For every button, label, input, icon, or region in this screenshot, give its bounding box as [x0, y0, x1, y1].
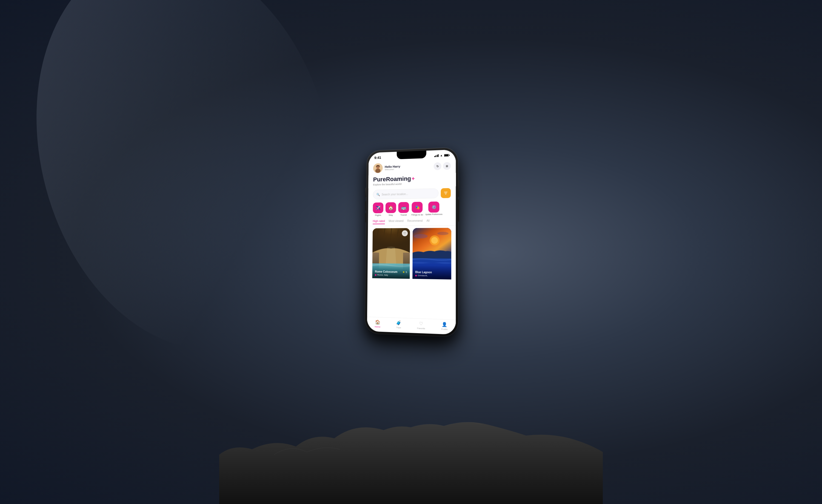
things-to-do-icon: 🎭	[412, 201, 422, 212]
card-info-lagoon: Blue Lagoon Grindavík,	[412, 265, 451, 280]
nav-home[interactable]: 🏠 Home	[375, 319, 380, 328]
home-icon: 🏠	[375, 319, 380, 325]
bottom-navigation: 🏠 Home 🧳 Trips ♡ Favorite 👤 Profile	[367, 316, 456, 334]
stay-icon: 🏠	[386, 202, 396, 213]
update-pref-icon: ⚙️	[428, 201, 439, 212]
svg-rect-1	[444, 154, 448, 156]
flights-label: Flights	[375, 214, 381, 216]
svg-rect-2	[449, 154, 450, 155]
tab-recommend[interactable]: Recommend	[407, 219, 422, 224]
tab-all[interactable]: All	[426, 219, 429, 224]
rock-base	[219, 367, 603, 504]
card-title-lagoon: Blue Lagoon	[415, 270, 432, 274]
greeting-text: Hello Harry Welcome!	[385, 165, 400, 171]
card-info-rome: Rome Colosseum Rome, Italy ★ 5	[372, 264, 410, 279]
tab-most-viewed[interactable]: Most viewed	[389, 219, 403, 224]
card-rome-colosseum[interactable]: ♡ Rome Colosseum Rome, Italy	[372, 228, 410, 316]
phone-body: 9:41 ▲	[365, 147, 458, 337]
plus-icon: +	[412, 175, 415, 182]
flights-icon: ✈️	[373, 202, 384, 213]
category-stay[interactable]: 🏠 Stay	[386, 202, 396, 216]
search-row: 🔍 Search your location...	[368, 186, 456, 201]
home-label: Home	[375, 325, 380, 328]
battery-icon	[444, 154, 450, 157]
welcome-text: Welcome!	[385, 168, 400, 171]
transit-icon: 🚌	[398, 202, 409, 213]
tab-high-rated[interactable]: High rated	[373, 220, 385, 224]
app-header: Hello Harry Welcome! ↻ ⊞	[369, 158, 456, 175]
app-name-text: PureRoaming	[373, 175, 411, 183]
filter-tabs: High rated Most viewed Recommend All	[368, 217, 456, 226]
wifi-icon: ▲	[440, 154, 443, 157]
search-placeholder: Search your location...	[382, 192, 408, 196]
stay-label: Stay	[389, 214, 393, 216]
card-title-rome: Rome Colosseum	[375, 270, 397, 273]
phone-notch	[397, 151, 426, 159]
hero-section: PureRoaming+ Explore the beautiful world…	[368, 173, 456, 188]
destination-cards: ♡ Rome Colosseum Rome, Italy	[367, 226, 456, 319]
user-greeting: Hello Harry Welcome!	[373, 162, 400, 173]
status-icons: ▲	[434, 153, 450, 157]
nav-profile[interactable]: 👤 Profile	[441, 322, 447, 331]
avatar	[373, 163, 383, 173]
profile-label: Profile	[441, 328, 447, 330]
refresh-button[interactable]: ↻	[434, 162, 441, 170]
grid-button[interactable]: ⊞	[443, 162, 451, 170]
header-actions: ↻ ⊞	[434, 162, 451, 170]
card-image-cave: ♡ Rome Colosseum Rome, Italy	[372, 228, 410, 279]
phone-mockup: 9:41 ▲	[365, 147, 458, 337]
location-dot-2	[415, 275, 417, 276]
category-transit[interactable]: 🚌 Transit	[398, 202, 409, 216]
card-location-lagoon: Grindavík,	[415, 274, 432, 277]
transit-label: Transit	[400, 214, 407, 216]
user-hello-text: Hello Harry	[385, 165, 400, 168]
location-dot	[375, 274, 377, 275]
status-time: 9:41	[374, 155, 381, 160]
trips-icon: 🧳	[396, 320, 401, 326]
signal-icon	[434, 154, 439, 157]
things-to-do-label: Things to do	[411, 213, 423, 216]
app-content: Hello Harry Welcome! ↻ ⊞ PureRoaming+ Ex…	[367, 158, 456, 334]
category-row: ✈️ Flights 🏠 Stay 🚌 Transit 🎭 Things to …	[368, 199, 456, 218]
card-blue-lagoon[interactable]: Blue Lagoon Grindavík,	[412, 228, 451, 317]
favorite-icon: ♡	[419, 321, 423, 326]
filter-button[interactable]	[441, 188, 451, 198]
card-image-lagoon: Blue Lagoon Grindavík,	[412, 228, 451, 280]
profile-icon: 👤	[442, 322, 447, 327]
card-location-rome: Rome, Italy	[375, 273, 397, 276]
card-rating-rome: ★ 5	[403, 270, 407, 273]
trips-label: Trips	[396, 326, 401, 329]
card-heart-button[interactable]: ♡	[402, 230, 408, 236]
phone-screen: 9:41 ▲	[367, 149, 456, 335]
update-pref-label: Update Preferences	[425, 213, 442, 215]
favorite-label: Favorite	[417, 327, 425, 330]
category-flights[interactable]: ✈️ Flights	[373, 202, 384, 216]
nav-favorite[interactable]: ♡ Favorite	[417, 321, 425, 330]
nav-trips[interactable]: 🧳 Trips	[396, 320, 401, 329]
search-bar[interactable]: 🔍 Search your location...	[373, 188, 438, 199]
category-things-to-do[interactable]: 🎭 Things to do	[411, 201, 423, 216]
search-icon: 🔍	[377, 192, 380, 196]
category-update-preferences[interactable]: ⚙️ Update Preferences	[425, 201, 442, 216]
